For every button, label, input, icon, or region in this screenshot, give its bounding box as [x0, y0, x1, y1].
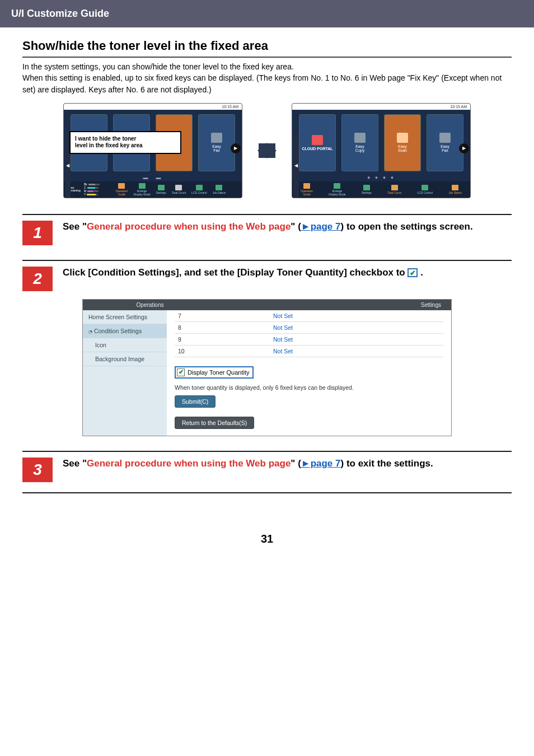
page-content: Show/hide the toner level in the fixed a… — [0, 27, 534, 579]
step-3: 3 See "General procedure when using the … — [22, 451, 512, 493]
step3-post: ) to exit the settings. — [341, 458, 433, 469]
bottom-guide-label: Operation Guide — [115, 189, 128, 196]
bottom-settings-label: Settings — [156, 191, 166, 194]
cell-num: 9 — [175, 334, 270, 345]
intro-text: In the system settings, you can show/hid… — [22, 61, 512, 95]
tile-scan-r: Easy Scan — [384, 114, 421, 171]
bottom-settings: Settings — [156, 185, 166, 194]
step-2-text: Click [Condition Settings], and set the … — [63, 267, 512, 279]
side-condition[interactable]: ◔ Condition Settings — [83, 324, 167, 338]
tile-cloud-label-r: CLOUD PORTAL — [302, 147, 332, 151]
cell-val[interactable]: Not Set — [270, 346, 443, 357]
cell-val[interactable]: Not Set — [270, 334, 443, 345]
screen-nav-right-icon: ▶ — [231, 143, 241, 153]
defaults-button[interactable]: Return to the Defaults(S) — [175, 417, 254, 429]
bottom-guide-r: Operation Guide — [301, 183, 313, 196]
bottom-guide: Operation Guide — [115, 183, 128, 196]
section-heading: Show/hide the toner level in the fixed a… — [22, 39, 512, 58]
bottom-enlarge: Enlarge Display Mode — [133, 183, 150, 196]
tab-settings[interactable]: Settings — [411, 300, 451, 310]
clock-label: 10:15 AM — [222, 105, 238, 109]
tile-fax-label-r: Easy Fax — [441, 144, 449, 152]
bottom-enlarge-label-r: Enlarge Display Mode — [329, 189, 345, 196]
swap-arrow-icon — [252, 139, 282, 162]
checkbox-label: Display Toner Quantity — [188, 369, 249, 376]
tile-fax-r: Easy Fax — [427, 114, 463, 171]
settings-screenshot: Operations Settings Home Screen Settings… — [82, 299, 452, 436]
cell-val[interactable]: Not Set — [270, 322, 443, 333]
bottom-total-label: Total Count — [172, 191, 186, 194]
tile-copy-label-r: Easy Copy — [355, 144, 364, 152]
step-1-text: See "General procedure when using the We… — [63, 221, 512, 234]
step1-pre: See " — [63, 221, 87, 232]
bottom-total: Total Count — [172, 185, 186, 194]
side-home[interactable]: Home Screen Settings — [83, 310, 167, 324]
side-bg[interactable]: Background Image — [83, 352, 167, 366]
bottom-lcd-r: LCD Control — [417, 185, 433, 194]
submit-button[interactable]: Submit(C) — [175, 395, 216, 408]
step1-mid: " ( — [291, 221, 301, 232]
bottom-lcd-label-r: LCD Control — [417, 191, 433, 194]
cell-val[interactable]: Not Set — [270, 310, 443, 321]
tab-operations[interactable]: Operations — [127, 300, 174, 310]
step1-red-link[interactable]: General procedure when using the Web pag… — [87, 221, 291, 232]
side-icon[interactable]: Icon — [83, 338, 167, 352]
step3-pre: See " — [63, 458, 87, 469]
tile-scan-label-r: Easy Scan — [398, 144, 407, 152]
side-condition-label: Condition Settings — [94, 328, 142, 334]
page-number: 31 — [22, 533, 512, 545]
table-row: 8Not Set — [175, 322, 443, 334]
cell-num: 8 — [175, 322, 270, 333]
step1-post: ) to open the settings screen. — [341, 221, 473, 232]
bottom-job-label: Job Status — [213, 191, 226, 194]
step-number-3: 3 — [22, 458, 53, 482]
bottom-job-r: Job Status — [448, 185, 462, 194]
bottom-enlarge-label: Enlarge Display Mode — [133, 189, 150, 196]
bottom-settings-r: Settings — [362, 185, 372, 194]
step2-main: Click [Condition Settings], and set the … — [63, 267, 407, 278]
step3-page-link[interactable]: ►page 7 — [301, 458, 341, 469]
callout-line2: level in the fixed key area — [75, 142, 143, 148]
callout-box: I want to hide the toner level in the fi… — [69, 131, 181, 154]
step3-red-link[interactable]: General procedure when using the Web pag… — [87, 458, 291, 469]
page-dots-r: ● ● ● ● — [292, 174, 470, 181]
checkbox-hint: When toner quantity is displayed, only 6… — [175, 384, 443, 391]
step1-page-link[interactable]: ►page 7 — [301, 221, 341, 232]
table-row: 7Not Set — [175, 310, 443, 322]
tab-blank1 — [83, 300, 105, 310]
settings-main: 7Not Set 8Not Set 9Not Set 10Not Set ✔ D… — [167, 310, 451, 436]
bottom-guide-label-r: Operation Guide — [301, 189, 313, 196]
toner-bars: Bk C M Y — [84, 183, 100, 196]
bottom-enlarge-r: Enlarge Display Mode — [329, 183, 345, 196]
checkbox-checked-icon: ✔ — [407, 268, 418, 277]
guide-header: U/I Customize Guide — [0, 0, 534, 27]
bottom-job-label-r: Job Status — [448, 191, 462, 194]
bottom-lcd: LCD Control — [191, 185, 207, 194]
step-number-2: 2 — [22, 267, 53, 291]
step2-end: . — [418, 267, 423, 278]
bottom-lcd-label: LCD Control — [191, 191, 207, 194]
tile-fax-label: Easy Fax — [212, 144, 221, 152]
cell-num: 7 — [175, 310, 270, 321]
screen-before: 10:15 AM ◀ CLOUD PORTAL Easy Copy Easy S… — [63, 103, 242, 198]
tab-blank2 — [105, 300, 127, 310]
cell-num: 10 — [175, 346, 270, 357]
clock-label-r: 10:15 AM — [450, 105, 467, 109]
toner-y-label: Y — [84, 193, 86, 196]
screen-nav-right-icon-r: ▶ — [459, 143, 469, 153]
tile-fax: Easy Fax — [198, 114, 235, 171]
screen-after: 10:15 AM ◀ CLOUD PORTAL Easy Copy Easy S… — [292, 103, 471, 198]
step-2: 2 Click [Condition Settings], and set th… — [22, 260, 512, 436]
settings-sidebar: Home Screen Settings ◔ Condition Setting… — [83, 310, 167, 436]
bottom-job: Job Status — [213, 185, 226, 194]
callout-line1: I want to hide the toner — [75, 136, 136, 142]
step3-mid: " ( — [291, 458, 301, 469]
step-number-1: 1 — [22, 221, 53, 245]
bottom-total-label-r: Total Count — [387, 191, 401, 194]
display-toner-checkbox[interactable]: ✔ Display Toner Quantity — [175, 366, 254, 379]
bottom-total-r: Total Count — [387, 185, 401, 194]
table-row: 9Not Set — [175, 334, 443, 346]
page-dots: ▬ ▬ — [64, 174, 242, 181]
table-row: 10Not Set — [175, 346, 443, 357]
checkbox-icon: ✔ — [177, 368, 185, 376]
